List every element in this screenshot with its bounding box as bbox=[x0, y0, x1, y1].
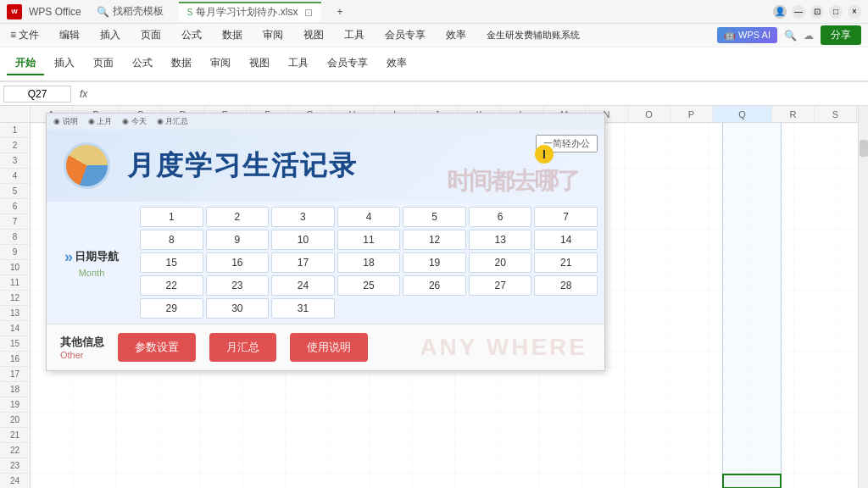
cal-day-14[interactable]: 14 bbox=[534, 230, 598, 250]
cal-day-25[interactable]: 25 bbox=[337, 275, 401, 296]
cal-day-16[interactable]: 16 bbox=[206, 252, 270, 273]
right-scrollbar[interactable] bbox=[858, 106, 868, 488]
nav-sub-label: Month bbox=[79, 268, 105, 278]
cell-reference-input[interactable] bbox=[3, 86, 71, 103]
col-s: S bbox=[815, 106, 857, 122]
col-r: R bbox=[772, 106, 815, 122]
bottom-watermark: ANY WHERE bbox=[420, 334, 587, 361]
menu-page[interactable]: 页面 bbox=[137, 26, 164, 44]
spreadsheet-area: 1 2 3 4 5 6 7 8 9 10 11 12 13 14 15 16 1… bbox=[0, 106, 868, 488]
menu-custom[interactable]: 金生研发费辅助账系统 bbox=[483, 27, 583, 43]
monthly-summary-button[interactable]: 月汇总 bbox=[209, 333, 276, 362]
cal-day-30[interactable]: 30 bbox=[206, 298, 270, 319]
row-13: 13 bbox=[0, 306, 30, 321]
menu-view[interactable]: 视图 bbox=[300, 26, 327, 44]
tab-data[interactable]: 数据 bbox=[163, 53, 200, 75]
user-avatar[interactable]: 👤 bbox=[773, 5, 787, 19]
ribbon: ≡ 文件 编辑 插入 页面 公式 数据 审阅 视图 工具 会员专享 效率 金生研… bbox=[0, 24, 868, 82]
embedded-document: ◉ 说明 ◉ 上月 ◉ 今天 ◉ 月汇总 月度学习生活记录 一简轻办公 I 时间… bbox=[46, 113, 605, 371]
other-info-label: 其他信息 bbox=[60, 335, 104, 350]
cal-day-20[interactable]: 20 bbox=[469, 252, 532, 273]
cal-day-24[interactable]: 24 bbox=[271, 275, 335, 296]
menu-formula[interactable]: 公式 bbox=[178, 26, 205, 44]
cal-day-9[interactable]: 9 bbox=[206, 230, 270, 250]
menu-member[interactable]: 会员专享 bbox=[381, 26, 429, 44]
row-16: 16 bbox=[0, 352, 30, 367]
formula-input[interactable] bbox=[96, 88, 865, 100]
title-bar: W WPS Office 🔍 找稻壳模板 S 每月学习计划待办.xlsx ⊡ +… bbox=[0, 0, 868, 24]
row-5: 5 bbox=[0, 184, 30, 199]
menu-review[interactable]: 审阅 bbox=[259, 26, 287, 44]
cal-day-22[interactable]: 22 bbox=[140, 275, 203, 296]
calendar-section: 1 2 3 4 5 6 7 8 9 10 11 12 13 14 bbox=[140, 207, 598, 319]
cal-day-26[interactable]: 26 bbox=[403, 275, 466, 296]
menu-insert[interactable]: 插入 bbox=[97, 26, 124, 44]
tab-member-ribbon[interactable]: 会员专享 bbox=[319, 53, 376, 75]
tab-page-layout[interactable]: 页面 bbox=[85, 53, 122, 75]
calendar-grid[interactable]: 1 2 3 4 5 6 7 8 9 10 11 12 13 14 bbox=[140, 207, 598, 319]
cal-day-8[interactable]: 8 bbox=[140, 230, 203, 250]
share-button[interactable]: 分享 bbox=[821, 25, 861, 45]
row-23: 23 bbox=[0, 458, 30, 474]
cal-day-21[interactable]: 21 bbox=[534, 252, 598, 273]
menu-hamburger[interactable]: ≡ 文件 bbox=[7, 26, 42, 44]
cal-day-17[interactable]: 17 bbox=[271, 252, 335, 273]
selected-cell-q27[interactable] bbox=[722, 474, 782, 488]
tab-formulas[interactable]: 公式 bbox=[124, 53, 161, 75]
wps-ai-button[interactable]: 🤖 WPS AI bbox=[717, 27, 777, 43]
tab-efficiency-ribbon[interactable]: 效率 bbox=[378, 53, 415, 75]
tab-template[interactable]: 🔍 找稻壳模板 bbox=[88, 3, 172, 20]
grid-main[interactable]: A B C D E F G H I J K L M N O P Q R S T bbox=[31, 106, 858, 488]
cal-day-10[interactable]: 10 bbox=[271, 230, 335, 250]
fx-label: fx bbox=[75, 88, 92, 100]
maximize-button[interactable]: □ bbox=[829, 5, 843, 19]
cal-day-6[interactable]: 6 bbox=[469, 207, 532, 227]
app-name: WPS Office bbox=[29, 6, 81, 18]
cal-day-7[interactable]: 7 bbox=[534, 207, 598, 227]
cal-day-15[interactable]: 15 bbox=[140, 252, 203, 273]
title-bar-left: W WPS Office 🔍 找稻壳模板 S 每月学习计划待办.xlsx ⊡ + bbox=[7, 2, 773, 21]
menu-efficiency[interactable]: 效率 bbox=[442, 26, 470, 44]
menu-tools[interactable]: 工具 bbox=[341, 26, 368, 44]
search-icon[interactable]: 🔍 bbox=[784, 30, 797, 42]
cal-day-29[interactable]: 29 bbox=[140, 298, 203, 319]
close-button[interactable]: × bbox=[848, 5, 861, 19]
cal-day-3[interactable]: 3 bbox=[271, 207, 335, 227]
usage-instructions-button[interactable]: 使用说明 bbox=[290, 333, 368, 362]
row-19: 19 bbox=[0, 397, 30, 413]
tab-view[interactable]: 视图 bbox=[241, 53, 278, 75]
cal-day-1[interactable]: 1 bbox=[140, 207, 203, 227]
cal-day-28[interactable]: 28 bbox=[534, 275, 598, 296]
cal-day-12[interactable]: 12 bbox=[403, 230, 466, 250]
cal-day-13[interactable]: 13 bbox=[469, 230, 532, 250]
tab-add[interactable]: + bbox=[328, 4, 351, 19]
doc-bottom-section: 其他信息 Other 参数设置 月汇总 使用说明 ANY WHERE bbox=[47, 324, 604, 370]
cal-day-31[interactable]: 31 bbox=[271, 298, 335, 319]
minimize-button[interactable]: — bbox=[792, 5, 805, 19]
cal-day-23[interactable]: 23 bbox=[206, 275, 270, 296]
cal-day-5[interactable]: 5 bbox=[403, 207, 466, 227]
row-10: 10 bbox=[0, 260, 30, 275]
row-8: 8 bbox=[0, 230, 30, 245]
row-15: 15 bbox=[0, 336, 30, 352]
ribbon-toolbar: 开始 插入 页面 公式 数据 审阅 视图 工具 会员专享 效率 bbox=[0, 47, 868, 81]
cal-day-27[interactable]: 27 bbox=[469, 275, 532, 296]
cal-day-4[interactable]: 4 bbox=[337, 207, 401, 227]
row-17: 17 bbox=[0, 367, 30, 382]
tab-tools-ribbon[interactable]: 工具 bbox=[280, 53, 317, 75]
menu-data[interactable]: 数据 bbox=[219, 26, 246, 44]
restore-button[interactable]: ⊡ bbox=[810, 5, 824, 19]
doc-mini-header: ◉ 说明 ◉ 上月 ◉ 今天 ◉ 月汇总 bbox=[47, 114, 604, 130]
menu-edit[interactable]: 编辑 bbox=[56, 26, 83, 44]
cal-day-19[interactable]: 19 bbox=[403, 252, 466, 273]
tab-review[interactable]: 审阅 bbox=[202, 53, 239, 75]
scrollbar-thumb[interactable] bbox=[860, 140, 868, 157]
row-6: 6 bbox=[0, 199, 30, 214]
tab-xlsx[interactable]: S 每月学习计划待办.xlsx ⊡ bbox=[179, 2, 322, 21]
tab-start[interactable]: 开始 bbox=[7, 53, 44, 75]
tab-insert[interactable]: 插入 bbox=[46, 53, 83, 75]
cal-day-11[interactable]: 11 bbox=[337, 230, 401, 250]
cal-day-18[interactable]: 18 bbox=[337, 252, 401, 273]
cal-day-2[interactable]: 2 bbox=[206, 207, 270, 227]
params-button[interactable]: 参数设置 bbox=[118, 333, 196, 362]
